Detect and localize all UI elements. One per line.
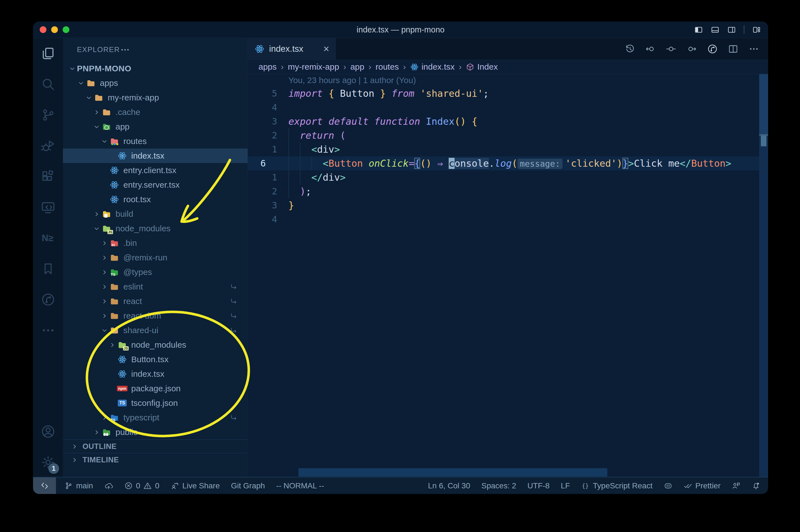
status-vim-mode[interactable]: -- NORMAL -- — [276, 481, 324, 490]
tab-close-icon[interactable]: × — [323, 44, 329, 54]
breadcrumb-Index[interactable]: Index — [466, 62, 498, 72]
activity-accounts[interactable] — [33, 416, 63, 447]
line-number[interactable]: 4 — [248, 102, 288, 113]
breadcrumb-routes[interactable]: routes — [375, 62, 399, 72]
line-number[interactable]: 2 — [248, 186, 288, 197]
status-indentation[interactable]: Spaces: 2 — [481, 481, 516, 490]
status-git-branch[interactable]: main — [64, 481, 93, 490]
remote-explorer-icon — [41, 200, 55, 214]
breadcrumb-my-remix-app[interactable]: my-remix-app — [288, 62, 339, 72]
vertical-scrollbar-slider[interactable] — [759, 74, 768, 135]
tab-index-tsx[interactable]: index.tsx × — [248, 38, 336, 60]
more-actions-icon[interactable] — [748, 44, 759, 54]
toggle-panel-icon[interactable] — [711, 25, 720, 34]
activity-source-control[interactable] — [33, 99, 63, 130]
tree-item-@types[interactable]: TS@types — [63, 265, 248, 280]
tree-item-apps[interactable]: apps — [63, 76, 248, 90]
status-eol[interactable]: LF — [561, 481, 570, 490]
status-cursor-position[interactable]: Ln 6, Col 30 — [428, 481, 470, 490]
line-number[interactable]: 6 — [248, 158, 288, 169]
status-prettier[interactable]: Prettier — [684, 481, 721, 490]
line-number[interactable]: 3 — [248, 200, 288, 211]
tree-item-@remix-run[interactable]: @remix-run — [63, 250, 248, 265]
status-git-graph[interactable]: Git Graph — [231, 481, 265, 490]
vertical-scrollbar[interactable] — [759, 74, 768, 478]
status-remote-indicator[interactable] — [33, 477, 56, 494]
status-live-share[interactable]: Live Share — [171, 481, 220, 490]
toggle-secondary-sidebar-icon[interactable] — [727, 25, 736, 34]
folder-icon — [110, 253, 119, 262]
close-button[interactable] — [40, 26, 46, 33]
tree-item-node_modules[interactable]: JSnode_modules — [63, 221, 248, 236]
activity-more-views[interactable] — [33, 315, 63, 346]
status-notifications[interactable] — [751, 481, 760, 490]
code-editor[interactable]: You, 23 hours ago | 1 author (You) 5impo… — [248, 74, 768, 478]
activity-explorer[interactable] — [33, 38, 63, 69]
tree-item-index.tsx[interactable]: index.tsx — [63, 367, 248, 381]
status-encoding[interactable]: UTF-8 — [528, 481, 550, 490]
breadcrumb-index.tsx[interactable]: index.tsx — [410, 62, 455, 72]
line-number[interactable]: 4 — [248, 214, 288, 225]
tree-item-routes[interactable]: routes — [63, 134, 248, 149]
tree-item-index.tsx[interactable]: index.tsx — [63, 149, 248, 163]
tree-item-typescript[interactable]: TStypescript — [63, 410, 248, 425]
activity-remote-explorer[interactable] — [33, 192, 63, 223]
minimize-button[interactable] — [51, 26, 58, 33]
tree-item-public[interactable]: public — [63, 425, 248, 439]
tree-item-entry.client.tsx[interactable]: entry.client.tsx — [63, 163, 248, 177]
activity-search[interactable] — [33, 69, 63, 99]
activity-nx-console[interactable]: N≥ — [33, 223, 63, 253]
tree-item-workspace[interactable]: PNPM-MONO — [63, 61, 248, 76]
status-language-mode[interactable]: {}TypeScript React — [581, 481, 653, 490]
folder-icon — [102, 224, 111, 233]
zoom-button[interactable] — [63, 26, 69, 33]
line-number[interactable]: 3 — [248, 116, 288, 127]
sidebar-section-timeline[interactable]: TIMELINE — [63, 453, 248, 466]
line-number[interactable]: 2 — [248, 130, 288, 141]
nav-location-icon[interactable] — [666, 44, 677, 54]
tree-item-build[interactable]: build — [63, 207, 248, 221]
tree-item-.bin[interactable]: 01.bin — [63, 236, 248, 250]
activity-bookmarks[interactable] — [33, 253, 63, 284]
split-editor-icon[interactable] — [728, 44, 739, 54]
tree-item-label: app — [116, 122, 130, 131]
timeline-history-icon[interactable] — [624, 44, 635, 54]
tree-item-node_modules[interactable]: JSnode_modules — [63, 338, 248, 352]
tree-item-shared-ui[interactable]: shared-ui — [63, 323, 248, 338]
horizontal-scrollbar[interactable] — [299, 468, 607, 477]
sidebar-section-outline[interactable]: OUTLINE — [63, 439, 248, 453]
tree-item-label: entry.server.tsx — [123, 180, 179, 190]
tree-item-react[interactable]: react — [63, 294, 248, 308]
tree-item-my-remix-app[interactable]: my-remix-app — [63, 90, 248, 105]
tree-item-root.tsx[interactable]: root.tsx — [63, 192, 248, 207]
status-feedback[interactable] — [732, 481, 740, 490]
activity-extensions[interactable] — [33, 161, 63, 192]
activity-settings[interactable]: 1 — [33, 447, 63, 478]
tree-item-.cache[interactable]: .cache — [63, 105, 248, 119]
nav-back-icon[interactable] — [645, 44, 656, 54]
code-line: 1 <div> — [248, 142, 768, 156]
line-number[interactable]: 1 — [248, 144, 288, 155]
line-number[interactable]: 5 — [248, 88, 288, 99]
line-number[interactable]: 1 — [248, 172, 288, 183]
explorer-actions-icon[interactable] — [120, 45, 130, 55]
customize-layout-icon[interactable] — [752, 25, 761, 34]
toggle-primary-sidebar-icon[interactable] — [694, 25, 703, 34]
git-graph-icon[interactable] — [707, 44, 718, 54]
tree-item-tsconfig.json[interactable]: TStsconfig.json — [63, 396, 248, 410]
activity-git-graph[interactable] — [33, 284, 63, 315]
tree-item-package.json[interactable]: npmpackage.json — [63, 381, 248, 396]
breadcrumb-app[interactable]: app — [350, 62, 364, 72]
tree-item-react-dom[interactable]: react-dom — [63, 308, 248, 323]
status-publish[interactable] — [104, 481, 113, 490]
nav-forward-icon[interactable] — [686, 44, 697, 54]
tree-item-entry.server.tsx[interactable]: entry.server.tsx — [63, 177, 248, 192]
tree-item-eslint[interactable]: eslint — [63, 280, 248, 294]
breadcrumb-apps[interactable]: apps — [259, 62, 277, 72]
title-bar[interactable]: index.tsx — pnpm-mono — [33, 21, 768, 38]
tree-item-app[interactable]: app — [63, 119, 248, 134]
status-problems[interactable]: 00 — [124, 481, 159, 490]
status-copilot[interactable] — [664, 481, 672, 490]
activity-run-debug[interactable] — [33, 130, 63, 161]
tree-item-Button.tsx[interactable]: Button.tsx — [63, 352, 248, 367]
